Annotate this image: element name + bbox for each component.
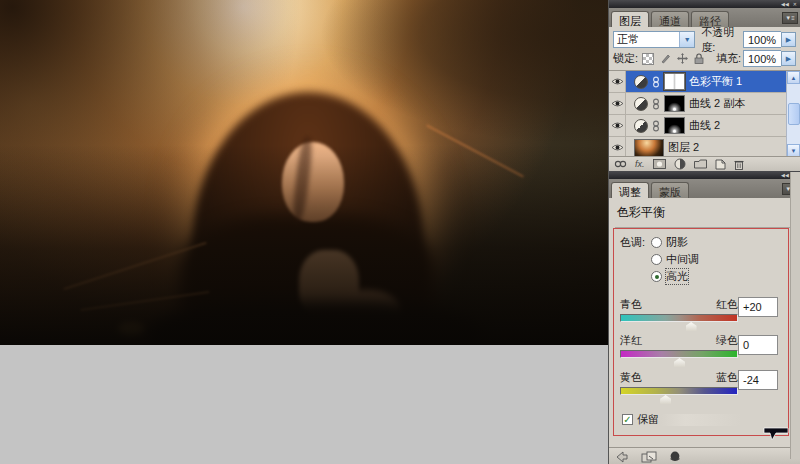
lock-all-icon[interactable] (693, 53, 705, 65)
scroll-up-icon[interactable]: ▲ (787, 71, 800, 84)
slider-right-label: 蓝色 (716, 370, 738, 385)
spinner-arrow-icon[interactable]: ▶ (781, 51, 796, 66)
opacity-field[interactable]: 100% ▶ (743, 31, 796, 48)
fill-label: 填充: (716, 51, 741, 66)
layers-tabbar: 图层 通道 路径 ▼≡ (609, 8, 800, 27)
tone-option-label[interactable]: 高光 (666, 269, 688, 284)
opacity-label: 不透明度: (701, 25, 743, 55)
tone-option-midtones[interactable]: 中间调 (651, 252, 699, 266)
lock-pixels-icon[interactable] (659, 53, 671, 65)
tab-masks[interactable]: 蒙版 (651, 182, 689, 198)
adjustment-layer-icon (634, 75, 648, 89)
layers-panel-titlebar: ◀◀ ✕ (609, 0, 800, 8)
tab-layers[interactable]: 图层 (611, 11, 649, 27)
adjustments-panel-titlebar: ◀◀ ✕ (609, 171, 800, 179)
cyan-red-value-field[interactable]: +20 (738, 297, 778, 317)
visibility-toggle[interactable] (609, 71, 626, 92)
layer-style-fx-icon[interactable]: fx. (635, 158, 645, 170)
collapse-panel-icon[interactable]: ◀◀ (781, 2, 789, 7)
back-arrow-icon[interactable] (615, 451, 629, 463)
radio-icon[interactable] (651, 254, 662, 265)
new-adjustment-layer-icon[interactable] (674, 158, 686, 170)
new-group-icon[interactable] (694, 158, 707, 170)
visibility-toggle[interactable] (609, 93, 626, 114)
tab-channels[interactable]: 通道 (651, 11, 689, 27)
layers-panel: ◀◀ ✕ 图层 通道 路径 ▼≡ 正常 ▼ 不透明度: 100% (609, 0, 800, 171)
new-layer-icon[interactable] (715, 158, 726, 170)
layer-mask-link-icon[interactable] (652, 120, 660, 132)
tone-label: 色调: (620, 235, 645, 283)
close-panel-icon[interactable]: ✕ (793, 2, 797, 7)
adjustment-layer-icon (634, 119, 648, 133)
layer-row-layer-2[interactable]: 图层 2 (609, 137, 800, 156)
layer-mask-link-icon[interactable] (652, 98, 660, 110)
collapse-panel-icon[interactable]: ◀◀ (781, 173, 789, 178)
layer-image-thumbnail[interactable] (634, 139, 664, 157)
delete-layer-icon[interactable] (734, 158, 744, 170)
layer-mask-thumbnail[interactable] (664, 73, 685, 90)
visibility-toggle[interactable] (609, 115, 626, 136)
photoshop-window: ◀◀ ✕ 图层 通道 路径 ▼≡ 正常 ▼ 不透明度: 100% (0, 0, 800, 464)
layer-mask-thumbnail[interactable] (664, 95, 685, 112)
preserve-luminosity-checkbox-row[interactable]: ✓ 保留 (622, 412, 741, 427)
layer-name[interactable]: 图层 2 (668, 140, 699, 155)
slider-thumb[interactable] (686, 322, 697, 331)
adjustment-layer-icon (634, 97, 648, 111)
link-layers-icon[interactable] (614, 158, 627, 170)
slider-thumb[interactable] (674, 358, 685, 367)
scroll-down-icon[interactable]: ▼ (787, 144, 800, 156)
adjustment-title: 色彩平衡 (615, 202, 794, 227)
layer-name[interactable]: 色彩平衡 1 (689, 74, 742, 89)
scrollbar-thumb[interactable] (788, 103, 800, 125)
preserve-luminosity-label[interactable]: 保留 (637, 412, 659, 427)
layer-name[interactable]: 曲线 2 (689, 118, 720, 133)
blend-mode-select[interactable]: 正常 ▼ (613, 31, 695, 48)
tone-option-label[interactable]: 中间调 (666, 252, 699, 267)
slider-left-label: 洋红 (620, 333, 642, 348)
yellow-blue-slider-track[interactable] (620, 387, 738, 395)
magenta-green-slider-group: 洋红 绿色 0 (620, 333, 784, 358)
chevron-down-icon[interactable]: ▼ (679, 32, 694, 47)
tab-paths[interactable]: 路径 (691, 11, 729, 27)
cyan-red-slider-group: 青色 红色 +20 (620, 297, 784, 322)
layer-row-curves-2[interactable]: 曲线 2 (609, 115, 800, 137)
tone-option-label[interactable]: 阴影 (666, 235, 688, 250)
fill-value[interactable]: 100% (743, 50, 781, 67)
lock-position-icon[interactable] (676, 53, 688, 65)
fill-field[interactable]: 100% ▶ (743, 50, 796, 67)
magenta-green-slider-track[interactable] (620, 350, 738, 358)
add-layer-mask-icon[interactable] (653, 158, 666, 170)
yellow-blue-slider-group: 黄色 蓝色 -24 (620, 370, 784, 395)
layer-row-curves-2-copy[interactable]: 曲线 2 副本 (609, 93, 800, 115)
lock-label: 锁定: (613, 51, 638, 66)
layer-mask-link-icon[interactable] (652, 76, 660, 88)
panel-menu-icon[interactable]: ▼≡ (782, 12, 798, 24)
eye-icon (611, 99, 624, 108)
layers-list: 色彩平衡 1 曲线 2 副本 (609, 70, 800, 156)
checkbox-check-icon[interactable]: ✓ (622, 414, 633, 425)
layer-row-color-balance-1[interactable]: 色彩平衡 1 (609, 71, 800, 93)
photo-document[interactable] (0, 0, 608, 345)
layer-name[interactable]: 曲线 2 副本 (689, 96, 745, 111)
radio-icon[interactable] (651, 271, 662, 282)
toggle-visibility-eye-icon[interactable] (669, 451, 681, 463)
layers-controls: 正常 ▼ 不透明度: 100% ▶ 锁定: (609, 27, 800, 70)
opacity-value[interactable]: 100% (743, 31, 781, 48)
layers-scrollbar[interactable]: ▲ ▼ (786, 71, 800, 156)
visibility-toggle[interactable] (609, 137, 626, 156)
spinner-arrow-icon[interactable]: ▶ (781, 32, 796, 47)
tone-option-highlights[interactable]: 高光 (651, 269, 699, 283)
radio-icon[interactable] (651, 237, 662, 248)
layer-mask-thumbnail[interactable] (664, 117, 685, 134)
color-balance-editor: 色彩平衡 色调: 阴影 中间调 (609, 198, 800, 447)
eye-icon (611, 77, 624, 86)
magenta-green-value-field[interactable]: 0 (738, 335, 778, 355)
slider-right-label: 绿色 (716, 333, 738, 348)
tone-option-shadows[interactable]: 阴影 (651, 235, 699, 249)
cyan-red-slider-track[interactable] (620, 314, 738, 322)
yellow-blue-value-field[interactable]: -24 (738, 370, 778, 390)
slider-thumb[interactable] (660, 395, 671, 404)
tab-adjustments[interactable]: 调整 (611, 182, 649, 198)
lock-transparency-icon[interactable] (642, 53, 654, 65)
switch-panel-view-icon[interactable] (641, 451, 657, 463)
